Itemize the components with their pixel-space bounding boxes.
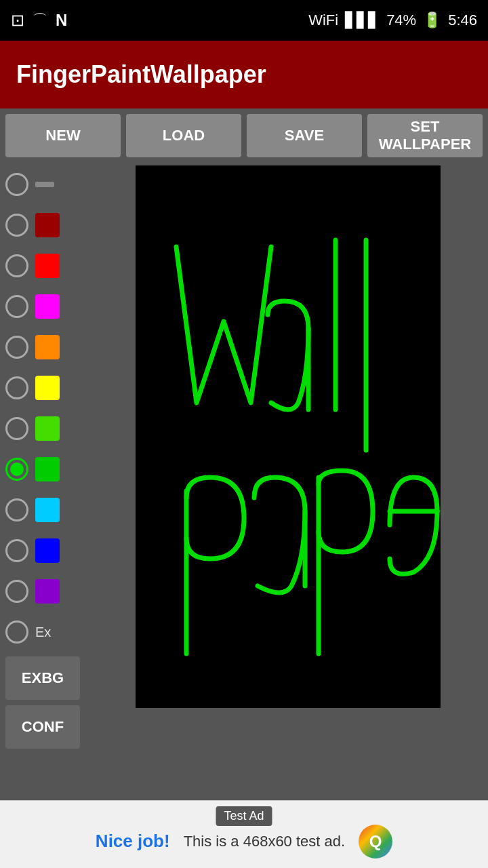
app-title: FingerPaintWallpaper: [16, 60, 266, 89]
color-row-gray: [5, 165, 83, 203]
ad-banner: Test Ad Nice job! This is a 468x60 test …: [0, 800, 488, 868]
color-row-magenta: [5, 288, 83, 326]
color-radio-purple[interactable]: [5, 580, 28, 603]
color-radio-lime[interactable]: [5, 417, 28, 440]
color-radio-magenta[interactable]: [5, 295, 28, 318]
wifi-indicator-icon: ⌒: [33, 10, 47, 31]
exbg-button[interactable]: EXBG: [5, 656, 80, 700]
toolbar: NEW LOAD SAVE SET WALLPAPER: [0, 108, 488, 163]
color-row-blue: [5, 532, 83, 570]
color-swatch-green[interactable]: [35, 457, 60, 481]
ad-icon: Q: [359, 825, 392, 859]
ad-content: Nice job! This is a 468x60 test ad. Q: [96, 825, 392, 859]
color-radio-red[interactable]: [5, 254, 28, 277]
color-swatch-dark-red[interactable]: [35, 213, 60, 237]
color-radio-gray[interactable]: [5, 173, 28, 196]
clock: 5:46: [448, 12, 477, 29]
status-bar: ⊡ ⌒ N WiFi ▋▋▋ 74% 🔋 5:46: [0, 0, 488, 41]
color-radio-dark-red[interactable]: [5, 214, 28, 237]
color-radio-example[interactable]: [5, 620, 28, 644]
battery-icon: 🔋: [423, 12, 441, 29]
color-row-example: Ex: [5, 613, 83, 651]
conf-button[interactable]: CONF: [5, 705, 80, 749]
color-row-orange: [5, 328, 83, 366]
ad-description-text: This is a 468x60 test ad.: [184, 833, 345, 850]
status-left: ⊡ ⌒ N: [11, 10, 67, 31]
ad-label: Test Ad: [216, 806, 272, 826]
color-radio-cyan[interactable]: [5, 498, 28, 521]
color-swatch-orange[interactable]: [35, 335, 60, 359]
new-button[interactable]: NEW: [5, 114, 121, 157]
paint-canvas[interactable]: [136, 165, 441, 708]
color-radio-green[interactable]: [5, 458, 28, 481]
color-row-purple: [5, 572, 83, 610]
n-icon: N: [56, 11, 67, 30]
instagram-icon: ⊡: [11, 11, 24, 30]
wifi-icon: WiFi: [308, 12, 338, 29]
signal-icon: ▋▋▋: [345, 12, 380, 29]
color-swatch-red[interactable]: [35, 254, 60, 278]
color-row-green: [5, 450, 83, 488]
color-radio-yellow[interactable]: [5, 376, 28, 399]
color-swatch-cyan[interactable]: [35, 498, 60, 522]
set-wallpaper-button[interactable]: SET WALLPAPER: [367, 114, 483, 157]
color-radio-orange[interactable]: [5, 336, 28, 359]
color-row-yellow: [5, 369, 83, 407]
color-swatch-purple[interactable]: [35, 579, 60, 604]
app-header: FingerPaintWallpaper: [0, 41, 488, 108]
ad-nicejob-text: Nice job!: [96, 831, 170, 852]
load-button[interactable]: LOAD: [126, 114, 241, 157]
main-area: Ex EXBG CONF: [0, 163, 488, 760]
color-swatch-lime[interactable]: [35, 416, 60, 441]
color-swatch-blue[interactable]: [35, 538, 60, 563]
color-row-red: [5, 247, 83, 285]
color-swatch-magenta[interactable]: [35, 294, 60, 319]
status-right: WiFi ▋▋▋ 74% 🔋 5:46: [308, 12, 477, 29]
battery-percent: 74%: [386, 12, 416, 29]
color-row-lime: [5, 410, 83, 448]
color-swatch-yellow[interactable]: [35, 376, 60, 400]
color-radio-blue[interactable]: [5, 539, 28, 562]
color-row-cyan: [5, 491, 83, 529]
save-button[interactable]: SAVE: [247, 114, 362, 157]
color-sidebar: Ex EXBG CONF: [0, 163, 88, 760]
canvas-area[interactable]: [88, 163, 488, 760]
color-row-dark-red: [5, 206, 83, 244]
example-label: Ex: [35, 625, 51, 640]
color-swatch-gray[interactable]: [35, 182, 54, 187]
